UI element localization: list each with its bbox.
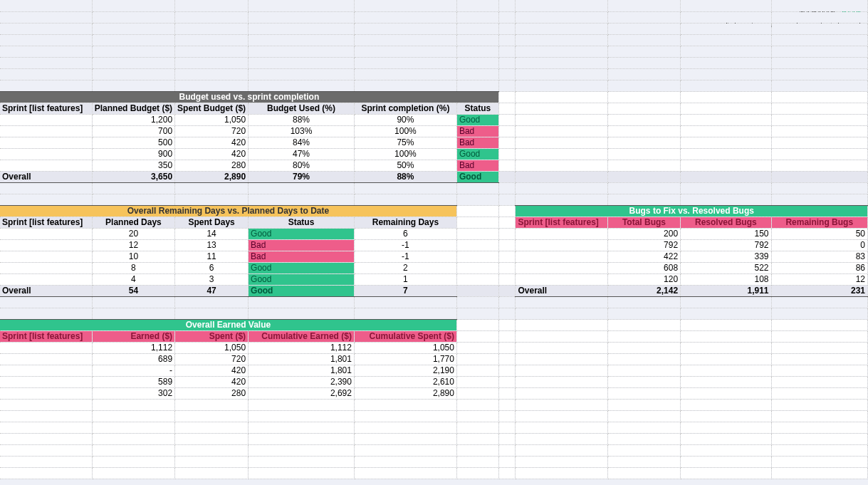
cell[interactable] — [249, 308, 355, 319]
cell[interactable] — [681, 467, 771, 479]
cell[interactable] — [354, 296, 456, 308]
cell[interactable]: -1 — [354, 239, 456, 251]
cell[interactable] — [516, 399, 607, 410]
cell[interactable] — [175, 46, 249, 57]
cell[interactable] — [498, 353, 516, 365]
cell[interactable] — [0, 125, 92, 137]
bugs-header[interactable]: Total Bugs — [607, 217, 680, 228]
cell[interactable] — [516, 103, 607, 114]
cell[interactable] — [0, 57, 92, 68]
cell[interactable] — [92, 308, 174, 319]
cell[interactable]: 75% — [354, 137, 456, 148]
cell[interactable] — [516, 137, 607, 148]
cell[interactable] — [249, 34, 355, 46]
cell[interactable] — [0, 444, 92, 456]
cell[interactable] — [516, 433, 607, 444]
cell[interactable] — [354, 182, 456, 194]
remaining-header[interactable]: Status — [249, 217, 355, 228]
cell[interactable] — [249, 410, 355, 422]
cell[interactable] — [516, 353, 607, 365]
cell[interactable] — [771, 376, 867, 387]
cell[interactable] — [92, 23, 174, 34]
cell[interactable] — [498, 365, 516, 376]
cell[interactable] — [516, 251, 607, 262]
cell[interactable] — [456, 365, 498, 376]
cell[interactable] — [92, 68, 174, 80]
cell[interactable] — [498, 456, 516, 467]
cell[interactable] — [456, 57, 498, 68]
cell[interactable] — [771, 296, 867, 308]
cell[interactable] — [92, 444, 174, 456]
cell[interactable] — [0, 228, 92, 239]
status-badge[interactable]: Bad — [456, 125, 498, 137]
cell[interactable] — [771, 34, 867, 46]
cell[interactable]: 689 — [92, 353, 174, 365]
status-badge[interactable]: Good — [249, 262, 355, 273]
cell[interactable] — [354, 308, 456, 319]
cell[interactable] — [354, 34, 456, 46]
cell[interactable] — [516, 365, 607, 376]
cell[interactable] — [771, 148, 867, 160]
cell[interactable] — [0, 273, 92, 285]
cell[interactable] — [249, 456, 355, 467]
cell[interactable]: 6 — [175, 262, 249, 273]
cell[interactable] — [456, 34, 498, 46]
cell[interactable]: 1,200 — [92, 114, 174, 125]
cell[interactable]: 90% — [354, 114, 456, 125]
cell[interactable] — [354, 444, 456, 456]
cell[interactable] — [0, 160, 92, 171]
cell[interactable] — [92, 467, 174, 479]
cell[interactable] — [771, 46, 867, 57]
cell[interactable] — [771, 308, 867, 319]
cell[interactable] — [0, 137, 92, 148]
cell[interactable] — [516, 319, 607, 330]
cell[interactable] — [0, 467, 92, 479]
cell[interactable] — [498, 467, 516, 479]
cell[interactable] — [498, 387, 516, 399]
cell[interactable] — [516, 273, 607, 285]
cell[interactable] — [354, 410, 456, 422]
cell[interactable] — [249, 194, 355, 205]
cell[interactable] — [771, 23, 867, 34]
cell[interactable]: 280 — [175, 160, 249, 171]
cell[interactable]: 7 — [354, 285, 456, 296]
cell[interactable] — [0, 194, 92, 205]
cell[interactable]: 150 — [681, 228, 771, 239]
cell[interactable] — [607, 308, 680, 319]
cell[interactable] — [249, 0, 355, 11]
earned-header[interactable]: Cumulative Earned ($) — [249, 330, 355, 342]
cell[interactable]: - — [92, 365, 174, 376]
cell[interactable] — [681, 444, 771, 456]
cell[interactable] — [516, 80, 607, 91]
cell[interactable] — [0, 46, 92, 57]
status-badge[interactable]: Good — [456, 114, 498, 125]
cell[interactable] — [607, 194, 680, 205]
cell[interactable] — [607, 11, 680, 23]
cell[interactable] — [771, 114, 867, 125]
cell[interactable]: 13 — [175, 239, 249, 251]
cell[interactable] — [498, 262, 516, 273]
cell[interactable] — [607, 467, 680, 479]
cell[interactable] — [771, 422, 867, 433]
cell[interactable] — [771, 365, 867, 376]
cell[interactable] — [456, 456, 498, 467]
cell[interactable] — [516, 57, 607, 68]
cell[interactable] — [354, 46, 456, 57]
cell[interactable] — [607, 410, 680, 422]
cell[interactable]: Overall — [0, 285, 92, 296]
cell[interactable] — [771, 137, 867, 148]
cell[interactable] — [516, 444, 607, 456]
cell[interactable]: Overall — [516, 285, 607, 296]
cell[interactable] — [771, 194, 867, 205]
cell[interactable] — [607, 444, 680, 456]
cell[interactable] — [516, 228, 607, 239]
cell[interactable]: 2,190 — [354, 365, 456, 376]
cell[interactable] — [498, 0, 516, 11]
budget-header[interactable]: Spent Budget ($) — [175, 103, 249, 114]
cell[interactable] — [498, 285, 516, 296]
cell[interactable] — [456, 376, 498, 387]
earned-header[interactable]: Cumulative Spent ($) — [354, 330, 456, 342]
cell[interactable] — [456, 251, 498, 262]
cell[interactable] — [498, 125, 516, 137]
cell[interactable] — [249, 182, 355, 194]
